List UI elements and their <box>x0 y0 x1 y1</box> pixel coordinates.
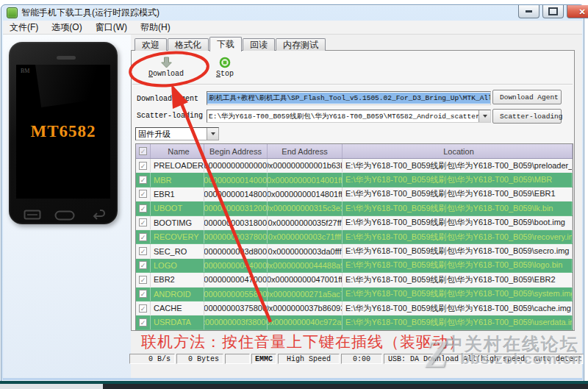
cell-end-address: 0x00000000014001ff <box>268 173 343 186</box>
scatter-file-field[interactable]: E:\华为Y618-T00_B059线刷包\华为Y618-T00_B059\MT… <box>207 110 491 123</box>
table-row[interactable]: ✓ RECOVERY 0x0000000003780000 0x00000000… <box>136 230 573 244</box>
maximize-button[interactable] <box>542 5 564 18</box>
tab[interactable]: 内存测试 <box>276 38 326 51</box>
table-row[interactable]: ✓ USRDATA 0x000000003f380000 0x000000004… <box>136 315 573 329</box>
table-row[interactable]: ✓ EBR2 0x0000000004700000 0x000000000470… <box>136 273 573 287</box>
mode-select[interactable]: 固件升级 <box>135 127 219 140</box>
row-checkbox[interactable]: ✓ <box>136 315 151 329</box>
checkbox-icon: ✓ <box>139 218 147 226</box>
phone-image: BM MT6582 <box>9 42 118 224</box>
partition-table: ✓ Name Begin Address End Address Locatio… <box>135 143 573 331</box>
table-row[interactable]: ✓ SEC_RO 0x0000000003d80000 0x0000000003… <box>136 244 573 258</box>
table-row[interactable]: ✓ PRELOADER 0x0000000000000000 0x0000000… <box>136 159 573 173</box>
table-row[interactable]: ✓ BOOTIMG 0x0000000003180000 0x000000000… <box>136 216 573 230</box>
download-arrow-icon <box>161 57 172 68</box>
header-name[interactable]: Name <box>151 144 204 158</box>
row-checkbox[interactable]: ✓ <box>136 216 151 229</box>
cell-begin-address: 0x0000000004700000 <box>204 273 268 286</box>
phone-menu-icon <box>24 210 41 220</box>
tab[interactable]: 格式化 <box>168 38 209 51</box>
header-begin-address[interactable]: Begin Address <box>204 144 268 158</box>
table-header: ✓ Name Begin Address End Address Locatio… <box>136 144 573 159</box>
row-checkbox[interactable]: ✓ <box>136 173 151 186</box>
header-location[interactable]: Location <box>343 144 573 158</box>
cell-end-address: 0x00000000014801ff <box>268 188 343 201</box>
cell-end-address: 0x00000000044488a9 <box>268 259 343 272</box>
cell-location: E:\华为Y618-T00_B059线刷包\华为Y618-T00_B059\sy… <box>343 288 573 301</box>
table-row[interactable]: ✓ ANDROID 0x0000000005580000 0x000000002… <box>136 288 573 301</box>
cell-location: E:\华为Y618-T00_B059线刷包\华为Y618-T00_B059\us… <box>343 315 573 329</box>
tab[interactable]: 下载 <box>209 37 242 51</box>
download-button[interactable]: Download <box>144 57 188 78</box>
table-row[interactable]: ✓ UBOOT 0x0000000003120000 0x00000000031… <box>136 201 573 215</box>
download-agent-field[interactable]: 刷机工具+教程\刷机工具\SP_Flash_Tool_v5.1505.02_Fo… <box>207 91 491 105</box>
row-checkbox[interactable]: ✓ <box>136 230 151 243</box>
phone-brand-label: BM <box>21 68 29 74</box>
close-button[interactable]: ✕ <box>567 5 588 18</box>
phone-screen: BM MT6582 <box>16 65 110 199</box>
header-end-address[interactable]: End Address <box>268 144 343 158</box>
cell-begin-address: 0x0000000003d80000 <box>204 244 268 257</box>
tab-bar: 欢迎 格式化 下载 回读 内存测试 <box>135 37 326 51</box>
cell-name: SEC_RO <box>151 244 204 257</box>
status-segment: EMMC <box>251 354 276 364</box>
annotation-text: 联机方法：按住音量上下键在插线（装驱动） <box>141 332 487 352</box>
cell-end-address: 0x0000000040c972af <box>268 315 343 329</box>
cell-name: RECOVERY <box>151 230 204 243</box>
stop-button[interactable]: Stop <box>208 57 242 78</box>
menu-item[interactable]: 帮助(H) <box>134 21 177 35</box>
toolbar-separator <box>132 84 573 85</box>
cell-end-address: 0x0000000037b86093 <box>268 301 343 315</box>
tab[interactable]: 欢迎 <box>135 38 167 51</box>
tab[interactable]: 回读 <box>243 38 275 51</box>
cell-location: E:\华为Y618-T00_B059线刷包\华为Y618-T00_B059\EB… <box>343 188 573 201</box>
row-checkbox[interactable]: ✓ <box>136 259 151 272</box>
checkbox-icon: ✓ <box>139 147 147 155</box>
table-row[interactable]: ✓ CACHE 0x0000000037580000 0x0000000037b… <box>136 301 573 315</box>
cell-location: E:\华为Y618-T00_B059线刷包\华为Y618-T00_B059\lo… <box>343 259 573 272</box>
table-row[interactable]: ✓ LOGO 0x0000000004400000 0x000000000444… <box>136 259 573 273</box>
checkbox-icon: ✓ <box>139 276 147 284</box>
scatter-browse-button[interactable]: Scatter-loading <box>492 109 562 124</box>
mode-selected-value: 固件升级 <box>136 129 207 140</box>
cell-end-address: 0x00000000047001ff <box>268 273 343 286</box>
download-agent-label: Download-Agent <box>137 95 198 103</box>
cell-begin-address: 0x0000000000000000 <box>204 159 268 172</box>
row-checkbox[interactable]: ✓ <box>136 188 151 201</box>
scatter-dropdown-button[interactable] <box>478 110 490 122</box>
checkbox-icon: ✓ <box>139 204 147 213</box>
window-controls: ✕ <box>518 5 588 18</box>
row-checkbox[interactable]: ✓ <box>136 244 151 257</box>
menu-item[interactable]: 窗口(W) <box>89 21 134 35</box>
menu-item[interactable]: 选项(O) <box>45 21 88 35</box>
checkbox-icon: ✓ <box>139 190 147 198</box>
cell-end-address: 0x00000000271a5ac7 <box>268 288 343 301</box>
table-row[interactable]: ✓ MBR 0x0000000001400000 0x0000000001400… <box>136 173 573 187</box>
cell-end-address: 0x0000000003da0fff <box>268 244 343 257</box>
cell-begin-address: 0x0000000003180000 <box>204 216 268 229</box>
row-checkbox[interactable]: ✓ <box>136 288 151 301</box>
row-checkbox[interactable]: ✓ <box>136 273 151 286</box>
phone-speaker <box>57 56 76 60</box>
download-agent-browse-label: Download Agent <box>500 93 559 101</box>
minimize-button[interactable] <box>518 5 539 18</box>
row-checkbox[interactable]: ✓ <box>136 159 151 172</box>
chevron-down-icon <box>211 132 215 135</box>
cell-location: E:\华为Y618-T00_B059线刷包\华为Y618-T00_B059\pr… <box>343 159 573 172</box>
row-checkbox[interactable]: ✓ <box>136 201 151 215</box>
cell-name: MBR <box>151 173 204 186</box>
cell-location: E:\华为Y618-T00_B059线刷包\华为Y618-T00_B059\bo… <box>343 216 573 229</box>
status-segment: 0 B/s <box>129 354 175 364</box>
cell-end-address: 0x00000000035f27ff <box>268 216 343 229</box>
header-checkbox[interactable]: ✓ <box>136 144 151 158</box>
row-checkbox[interactable]: ✓ <box>136 301 151 315</box>
mode-dropdown-button[interactable] <box>207 128 218 140</box>
download-agent-browse-button[interactable]: Download Agent <box>492 90 562 104</box>
menu-item[interactable]: 文件(F) <box>3 21 45 35</box>
minimize-icon <box>526 10 532 13</box>
table-row[interactable]: ✓ EBR1 0x0000000001480000 0x000000000148… <box>136 188 573 201</box>
menu-bar: 文件(F) 选项(O) 窗口(W) 帮助(H) <box>3 21 582 35</box>
stop-icon <box>219 57 231 68</box>
page-behind-fragment <box>0 384 103 389</box>
cell-name: BOOTIMG <box>151 216 204 229</box>
